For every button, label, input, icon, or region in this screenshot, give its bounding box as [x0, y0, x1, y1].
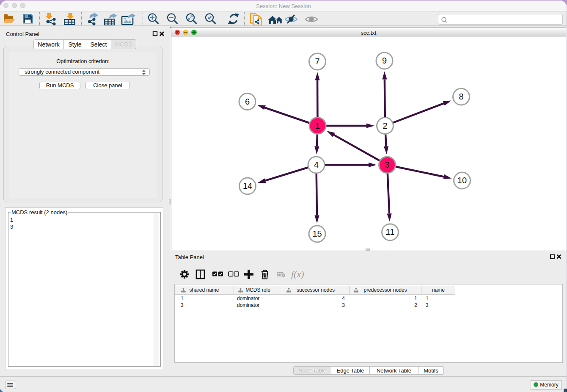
svg-text:11: 11	[386, 227, 395, 237]
svg-text:1: 1	[315, 121, 320, 130]
svg-text:2: 2	[383, 121, 387, 130]
svg-text:3: 3	[385, 160, 389, 169]
svg-text:10: 10	[457, 176, 467, 185]
svg-text:15: 15	[312, 229, 322, 238]
svg-text:14: 14	[243, 181, 252, 190]
svg-text:4: 4	[314, 160, 319, 169]
svg-text:6: 6	[245, 97, 250, 106]
svg-text:f(x): f(x)	[291, 269, 304, 279]
svg-text:8: 8	[459, 92, 463, 101]
svg-text:9: 9	[382, 56, 387, 65]
svg-text:7: 7	[315, 57, 319, 66]
